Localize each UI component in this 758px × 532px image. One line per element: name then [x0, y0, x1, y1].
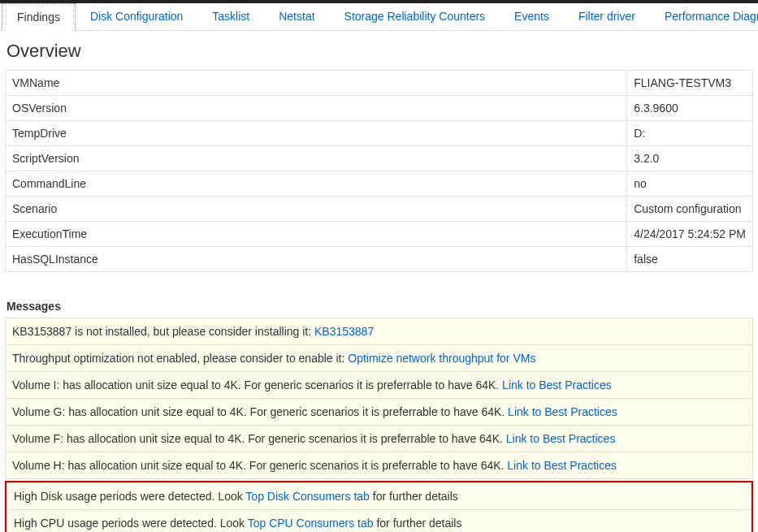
tab-findings[interactable]: Findings: [2, 3, 76, 31]
tab-tasklist[interactable]: Tasklist: [197, 3, 264, 30]
message-row: Volume F: has allocation unit size equal…: [5, 426, 753, 452]
overview-row: ScriptVersion3.2.0: [6, 146, 753, 171]
overview-key: ExecutionTime: [6, 222, 627, 247]
overview-value: D:: [627, 121, 753, 146]
overview-row: ScenarioCustom configuration: [6, 197, 753, 222]
messages-list: KB3153887 is not installed, but please c…: [5, 318, 753, 479]
overview-value: false: [627, 247, 753, 272]
tab-performance-diagnostics[interactable]: Performance Diagnostics: [650, 3, 758, 30]
tab-netstat[interactable]: Netstat: [264, 3, 329, 30]
overview-value: 6.3.9600: [627, 96, 753, 121]
overview-value: Custom configuration: [627, 197, 753, 222]
overview-row: OSVersion6.3.9600: [6, 96, 753, 121]
message-row: Throughput optimization not enabled, ple…: [5, 345, 753, 372]
message-text: Volume G: has allocation unit size equal…: [12, 405, 508, 418]
tab-storage-reliability-counters[interactable]: Storage Reliability Counters: [330, 3, 500, 30]
message-text: Volume H: has allocation unit size equal…: [12, 459, 507, 472]
overview-value: FLIANG-TESTVM3: [627, 71, 753, 96]
message-row: High Disk usage periods were detected. L…: [6, 482, 752, 510]
tab-bar: FindingsDisk ConfigurationTasklistNetsta…: [0, 3, 758, 31]
message-text: Volume F: has allocation unit size equal…: [12, 432, 506, 445]
overview-heading: Overview: [6, 41, 753, 62]
message-link[interactable]: Optimize network throughput for VMs: [348, 352, 535, 365]
message-link[interactable]: Link to Best Practices: [506, 432, 616, 445]
messages-heading: Messages: [6, 300, 752, 313]
message-link[interactable]: Link to Best Practices: [508, 405, 617, 418]
message-row: Volume H: has allocation unit size equal…: [5, 452, 753, 479]
overview-key: HasSQLInstance: [6, 247, 627, 272]
overview-value: no: [627, 171, 753, 197]
tab-content-findings: Overview VMNameFLIANG-TESTVM3OSVersion6.…: [0, 31, 758, 532]
message-link[interactable]: Link to Best Practices: [507, 459, 617, 472]
overview-key: Scenario: [6, 197, 627, 222]
message-link[interactable]: Top CPU Consumers tab: [248, 517, 374, 530]
message-row: Volume G: has allocation unit size equal…: [5, 399, 753, 426]
message-text: Throughput optimization not enabled, ple…: [12, 352, 348, 365]
overview-value: 3.2.0: [627, 146, 753, 171]
message-row: High CPU usage periods were detected. Lo…: [6, 510, 752, 532]
overview-key: OSVersion: [6, 96, 627, 121]
message-row: KB3153887 is not installed, but please c…: [5, 318, 753, 345]
overview-row: HasSQLInstancefalse: [6, 247, 753, 272]
message-link[interactable]: KB3153887: [314, 325, 374, 338]
overview-key: VMName: [6, 71, 627, 96]
tab-events[interactable]: Events: [500, 3, 564, 30]
message-text: Volume I: has allocation unit size equal…: [12, 378, 502, 391]
overview-key: TempDrive: [6, 121, 627, 146]
message-row: Volume I: has allocation unit size equal…: [5, 372, 753, 399]
overview-table: VMNameFLIANG-TESTVM3OSVersion6.3.9600Tem…: [5, 70, 753, 272]
tab-disk-configuration[interactable]: Disk Configuration: [76, 3, 197, 30]
tab-filter-driver[interactable]: Filter driver: [564, 3, 650, 30]
overview-key: CommandLine: [6, 171, 627, 197]
message-text: KB3153887 is not installed, but please c…: [12, 325, 314, 338]
overview-row: VMNameFLIANG-TESTVM3: [6, 71, 753, 96]
message-link[interactable]: Link to Best Practices: [502, 378, 612, 391]
overview-row: ExecutionTime4/24/2017 5:24:52 PM: [6, 222, 753, 247]
message-text: High Disk usage periods were detected. L…: [14, 490, 245, 503]
overview-row: TempDriveD:: [6, 121, 753, 146]
overview-value: 4/24/2017 5:24:52 PM: [627, 222, 753, 247]
message-text: High CPU usage periods were detected. Lo…: [14, 517, 248, 530]
message-text: for further details: [370, 490, 458, 503]
overview-row: CommandLineno: [6, 171, 753, 197]
message-text: for further details: [374, 517, 462, 530]
message-link[interactable]: Top Disk Consumers tab: [245, 490, 370, 503]
overview-key: ScriptVersion: [6, 146, 627, 171]
highlighted-messages: High Disk usage periods were detected. L…: [5, 481, 753, 532]
